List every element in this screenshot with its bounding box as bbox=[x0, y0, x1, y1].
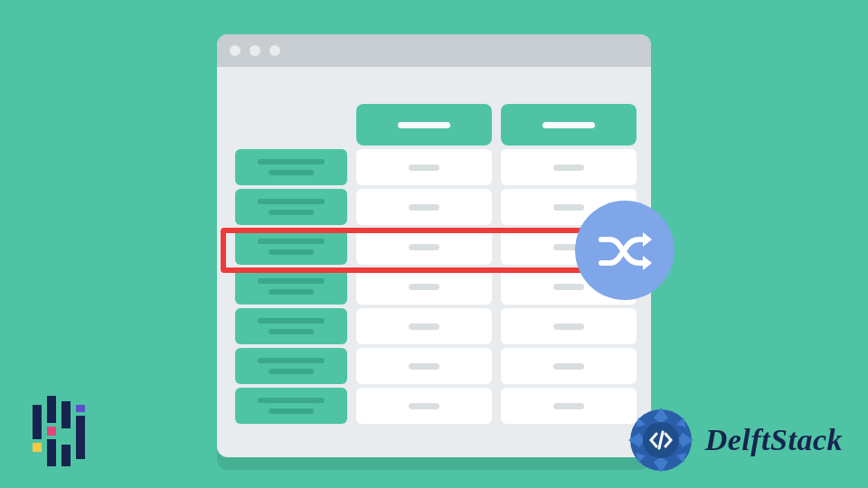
row-header bbox=[235, 348, 347, 384]
traffic-light-minimize-icon bbox=[250, 45, 260, 56]
traffic-light-close-icon bbox=[230, 45, 241, 56]
row-header bbox=[235, 189, 347, 225]
table-cell bbox=[356, 149, 492, 185]
window-titlebar bbox=[217, 34, 651, 67]
table-cell bbox=[501, 308, 637, 344]
svg-rect-7 bbox=[61, 445, 71, 466]
placeholder-bar-icon bbox=[542, 122, 595, 128]
svg-rect-0 bbox=[33, 405, 42, 439]
table-cell bbox=[356, 189, 492, 225]
svg-rect-2 bbox=[47, 396, 56, 423]
row-header bbox=[235, 149, 347, 185]
row-header bbox=[235, 388, 347, 424]
pandas-logo-icon bbox=[27, 396, 94, 470]
table-row bbox=[235, 189, 637, 225]
table-row bbox=[235, 348, 637, 384]
table-cell bbox=[356, 268, 492, 305]
svg-rect-1 bbox=[33, 443, 42, 452]
row-header bbox=[235, 268, 347, 305]
shuffle-icon bbox=[596, 221, 654, 279]
table-cell bbox=[356, 348, 492, 384]
table-cell bbox=[356, 388, 492, 424]
delftstack-badge-icon bbox=[626, 405, 696, 475]
svg-rect-4 bbox=[47, 439, 56, 466]
placeholder-bar-icon bbox=[398, 122, 450, 128]
svg-rect-8 bbox=[76, 416, 85, 459]
svg-rect-6 bbox=[61, 432, 71, 441]
table-cell bbox=[501, 388, 637, 424]
table-row bbox=[235, 308, 637, 344]
table-row bbox=[235, 268, 637, 305]
brand-name: DelftStack bbox=[705, 423, 843, 457]
column-header bbox=[356, 104, 492, 145]
shuffle-badge bbox=[575, 201, 675, 300]
svg-rect-3 bbox=[47, 427, 56, 436]
table-cell bbox=[356, 229, 492, 265]
delftstack-brand: DelftStack bbox=[626, 405, 843, 475]
column-header bbox=[501, 104, 637, 145]
row-header bbox=[235, 229, 347, 265]
column-header-row bbox=[235, 104, 637, 145]
svg-rect-9 bbox=[76, 405, 85, 412]
table-row bbox=[235, 149, 637, 185]
row-header bbox=[235, 308, 347, 344]
table-cell bbox=[501, 149, 637, 185]
traffic-light-zoom-icon bbox=[269, 45, 280, 56]
table-cell bbox=[356, 308, 492, 344]
table-cell bbox=[501, 348, 637, 384]
svg-rect-5 bbox=[61, 401, 71, 428]
table-row bbox=[235, 388, 637, 424]
